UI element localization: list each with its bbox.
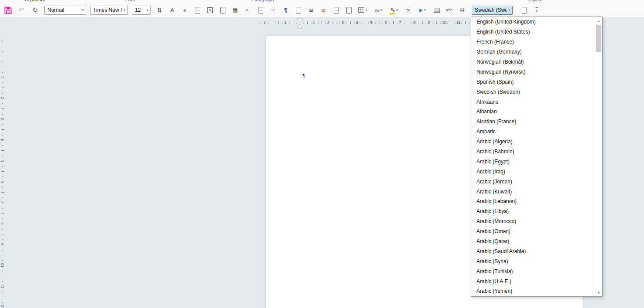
language-option[interactable]: Norwegian (Nynorsk)	[471, 67, 595, 77]
ruler-number: 1	[284, 20, 286, 25]
font-size-combo-value: 12	[135, 7, 141, 13]
language-option[interactable]: English (United Kingdom)	[471, 17, 595, 27]
language-option[interactable]: Amharic	[471, 127, 595, 137]
style-combo[interactable]: Normal ∨	[44, 6, 86, 15]
new-page-icon[interactable]	[292, 4, 305, 16]
paste-icon[interactable]	[216, 4, 229, 16]
language-option[interactable]: Norwegian (Bokmål)	[471, 57, 595, 67]
language-option[interactable]: Arabic (Syria)	[471, 256, 595, 266]
language-option[interactable]: Arabic (Jordan)	[471, 176, 595, 186]
envelope-icon: ✉	[309, 7, 313, 14]
language-option[interactable]: Alsatian (France)	[471, 117, 595, 127]
ruler-tick	[278, 21, 279, 24]
ruler-tick	[2, 291, 3, 292]
ruler-tick	[465, 21, 466, 24]
ruler-tick	[1, 297, 4, 297]
ruler-tick	[451, 21, 451, 24]
character-border-icon[interactable]: A	[204, 4, 216, 16]
language-option[interactable]: Arabic (Bahrain)	[471, 147, 595, 157]
ribbon-group-paragraph: Paragraph	[252, 0, 274, 2]
language-option[interactable]: Swedish (Sweden)	[471, 87, 595, 97]
language-option[interactable]: Arabic (Oman)	[471, 227, 595, 237]
insert-table-icon[interactable]: ∨	[355, 4, 371, 16]
toolbar-overflow-icon[interactable]: ∨	[530, 4, 543, 16]
ruler-number: 7	[399, 20, 401, 25]
ruler-tick	[433, 23, 433, 24]
ruler-tick	[1, 88, 4, 88]
ruler-tick	[2, 176, 3, 177]
language-option[interactable]: English (United States)	[471, 27, 595, 37]
dropdown-scrollbar[interactable]: ▲ ▼	[595, 17, 602, 296]
language-combo-value: Swedish (Swed	[475, 7, 506, 13]
page-export-icon[interactable]	[330, 4, 342, 16]
fill-color-icon[interactable]: ✎∨	[386, 4, 402, 16]
redo-button[interactable]: ↻	[30, 4, 41, 16]
ruler-tick	[282, 23, 283, 24]
language-combo[interactable]: Swedish (Swed ∨	[472, 6, 513, 15]
font-combo[interactable]: Times New R ∨	[90, 6, 128, 15]
delete-icon[interactable]: ×	[402, 4, 415, 16]
language-option[interactable]: Albanian	[471, 107, 595, 117]
language-option[interactable]: Arabic (Algeria)	[471, 137, 595, 147]
scroll-up-icon[interactable]: ▲	[595, 17, 602, 24]
language-option[interactable]: Arabic (Lebanon)	[471, 196, 595, 206]
language-option[interactable]: French (France)	[471, 37, 595, 47]
save-button[interactable]	[2, 4, 13, 16]
language-dropdown: English (United Kingdom)English (United …	[471, 17, 603, 297]
style-combo-value: Normal	[47, 7, 64, 13]
spelling-abc-icon[interactable]: abc	[443, 4, 456, 16]
ruler-tick	[436, 21, 437, 24]
language-option[interactable]: Arabic (Yemen)	[471, 286, 595, 296]
toolbar-trailing-icons: ∨	[518, 4, 543, 16]
language-option[interactable]: Arabic (Kuwait)	[471, 186, 595, 196]
scroll-down-icon[interactable]: ▼	[595, 289, 602, 296]
language-option[interactable]: Arabic (Tunisia)	[471, 266, 595, 276]
language-option[interactable]: Arabic (Qatar)	[471, 237, 595, 247]
copy-page-icon[interactable]	[191, 4, 204, 16]
select-arrow-icon[interactable]: ▶∨	[415, 4, 430, 16]
language-option[interactable]: German (Germany)	[471, 47, 595, 57]
ruler-tick	[2, 271, 3, 271]
language-option[interactable]: Arabic (Egypt)	[471, 156, 595, 166]
highlight-lines-icon[interactable]: ≡	[317, 4, 330, 16]
small-grid-icon[interactable]: ⊞	[456, 4, 468, 16]
color-circle-icon[interactable]: ●	[178, 4, 191, 16]
toolbar: ↶ ↻ Normal ∨ Times New R ∨ 12 ∨ ⇅A●A▦A↓≣…	[0, 3, 644, 17]
chevron-down-icon: ∨	[144, 8, 148, 12]
sort-icon: A↓	[245, 8, 250, 12]
envelope-icon[interactable]: ✉	[305, 4, 317, 16]
language-option[interactable]: Arabic (Libya)	[471, 206, 595, 217]
bullet-list-icon[interactable]: ≣	[267, 4, 279, 16]
highlight-lines-icon: ≡	[322, 7, 325, 14]
font-style-icon[interactable]: A	[166, 4, 178, 16]
spelling-abc-icon: abc	[446, 8, 453, 12]
ruler-number: 8	[0, 221, 4, 226]
page-options-icon[interactable]	[518, 4, 530, 16]
image-icon[interactable]	[430, 4, 443, 16]
page-options-icon	[522, 7, 527, 14]
font-size-combo[interactable]: 12 ∨	[132, 6, 151, 15]
ruler-tick	[2, 239, 3, 240]
undo-button[interactable]: ↶	[16, 4, 27, 16]
language-option[interactable]: Afrikaans	[471, 97, 595, 107]
language-option[interactable]: Spanish (Spain)	[471, 77, 595, 87]
document-icon[interactable]	[342, 4, 355, 16]
scroll-thumb[interactable]	[596, 25, 601, 52]
ruler-number: 6	[0, 179, 4, 184]
word-processor-window: Clipboard Font Paragraph Styles ↶ ↻ Norm…	[0, 0, 644, 308]
language-option[interactable]: Arabic (Iraq)	[471, 166, 595, 176]
language-option[interactable]: Arabic (Saudi Arabia)	[471, 246, 595, 256]
ruler-tick	[393, 21, 394, 24]
borders-icon[interactable]: ▦	[229, 4, 242, 16]
font-combo-value: Times New R	[93, 7, 122, 13]
sort-icon[interactable]: A↓	[242, 4, 254, 16]
line-spacing-icon[interactable]: ⇅	[153, 4, 166, 16]
language-option[interactable]: Arabic (U.A.E.)	[471, 276, 595, 286]
indent-marker[interactable]	[297, 18, 302, 29]
formatting-marks-icon[interactable]: ¶	[279, 4, 292, 16]
ruler-tick	[1, 67, 4, 67]
hyperlink-icon[interactable]: ∞∨	[371, 4, 386, 16]
delete-icon: ×	[407, 7, 410, 14]
copy-format-icon[interactable]	[254, 4, 267, 16]
language-option[interactable]: Arabic (Morocco)	[471, 217, 595, 227]
